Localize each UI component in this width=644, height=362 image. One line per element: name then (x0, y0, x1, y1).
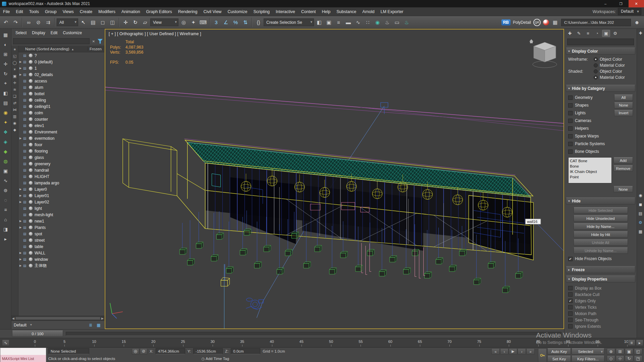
remove-button[interactable]: Remove (613, 165, 633, 172)
material-editor-icon[interactable]: ◉ (373, 18, 382, 27)
expand-arrow-icon[interactable]: ▶ (19, 194, 23, 197)
visibility-eye-icon[interactable] (29, 149, 33, 153)
dock-document-icon[interactable]: ▤ (638, 210, 644, 217)
shaded-material-color-radio[interactable] (594, 75, 598, 79)
select-and-link-icon[interactable]: ∞ (24, 18, 33, 27)
menu-content[interactable]: Content (298, 7, 319, 16)
expand-arrow-icon[interactable]: ▶ (19, 251, 23, 254)
stack-icon[interactable]: ≡ (1, 205, 10, 214)
menu-group[interactable]: Group (42, 7, 60, 16)
select-and-manipulate-icon[interactable]: ✦ (189, 18, 198, 27)
go-to-start-icon[interactable]: « (491, 348, 500, 355)
layer-row[interactable]: ▤lampada argo (18, 180, 104, 186)
layer-row[interactable]: ▶▤evermotion (18, 135, 104, 141)
rectangular-selection-region-icon[interactable]: ◻ (98, 18, 107, 27)
layer-row[interactable]: ▶▤WALL (18, 250, 104, 256)
hide-frozen-objects-checkbox[interactable]: ✔ (568, 257, 573, 261)
panel-icon[interactable]: ▣ (1, 167, 10, 175)
menu-scripting[interactable]: Scripting (250, 7, 273, 16)
visibility-eye-icon[interactable] (29, 187, 33, 191)
dock-cube-icon[interactable]: ◼ (638, 201, 644, 207)
layer-row[interactable]: ▶▤02_details (18, 71, 104, 78)
category-list-item[interactable]: Bone (570, 164, 610, 169)
grid-view-icon[interactable]: ▦ (95, 322, 102, 328)
layer-row[interactable]: ▶▤Plants (18, 224, 104, 231)
layer-row[interactable]: ▤alum (18, 84, 104, 90)
menu-arnold[interactable]: Arnold (359, 7, 377, 16)
previous-frame-icon[interactable]: ‹ (500, 348, 508, 355)
category-list-item[interactable]: Point (570, 174, 610, 180)
y-coordinate-field[interactable]: -1536.55cm (193, 348, 223, 354)
use-pivot-point-icon[interactable]: ◎ (179, 18, 188, 27)
half-box-icon[interactable]: ◨ (1, 225, 10, 233)
menu-lm-exporter[interactable]: LM Exporter (377, 7, 406, 16)
unhide-all-button[interactable]: Unhide All (574, 239, 628, 246)
user-account-icon[interactable]: ☻ (633, 19, 641, 26)
expand-arrow-icon[interactable]: ▶ (19, 188, 23, 191)
render-setup-icon[interactable]: ♨ (383, 18, 392, 27)
filter-shapes-icon[interactable]: ◯ (12, 60, 18, 66)
track-bar[interactable]: ∿ 05101520253035404550556065707580859095… (0, 338, 644, 347)
menu-customize[interactable]: Customize (224, 7, 250, 16)
filter-xrefs-icon[interactable]: ⇄ (12, 100, 18, 106)
visibility-eye-icon[interactable] (29, 168, 33, 172)
layer-row[interactable]: ▤handrail (18, 167, 104, 173)
dock-grid-icon[interactable]: ▦ (638, 229, 644, 235)
layout-grid-icon[interactable]: ▦ (551, 19, 559, 26)
view-cube[interactable] (529, 39, 557, 68)
viewport-label[interactable]: [ + ] [ Orthographic ] [ User Defined ] … (109, 32, 201, 36)
isolate-selection-toggle-icon[interactable]: ◎ (132, 348, 139, 355)
undo-icon[interactable]: ↶ (1, 18, 10, 27)
helpers-checkbox[interactable] (568, 126, 573, 131)
all-button[interactable]: All (614, 95, 633, 101)
visibility-eye-icon[interactable] (29, 175, 33, 178)
layer-row[interactable]: ▤HLIGHT (18, 173, 104, 180)
edit-named-selection-sets-icon[interactable]: {} (254, 18, 263, 27)
visibility-eye-icon[interactable] (29, 143, 33, 146)
key-filters-button[interactable]: Key Filters... (572, 356, 604, 362)
zoom-extents-all-icon[interactable]: ◱ (634, 348, 642, 355)
tab-create[interactable]: ✚ (566, 30, 574, 37)
visibility-eye-icon[interactable] (29, 200, 33, 204)
menu-animation[interactable]: Animation (118, 7, 143, 16)
layer-row[interactable]: ▶▤1 (18, 65, 104, 71)
layer-row[interactable]: ▤counter (18, 116, 104, 122)
menu-substance[interactable]: Substance (333, 7, 359, 16)
list-view-icon[interactable]: ▤ (1, 99, 10, 107)
zoom-extents-icon[interactable]: ▣ (625, 348, 633, 355)
visibility-eye-icon[interactable] (29, 264, 33, 267)
layer-row[interactable]: ▤light (18, 205, 104, 212)
tab-modify[interactable]: ✎ (575, 30, 583, 37)
menu-tools[interactable]: Tools (26, 7, 42, 16)
layer-row[interactable]: ▶▤0 (default) (18, 59, 104, 65)
track-bar-options-icon[interactable]: ≡ (628, 340, 635, 346)
lights-checkbox[interactable] (568, 111, 573, 115)
frozen-column-header[interactable]: Frozen (88, 47, 104, 51)
filter-lights-icon[interactable]: ☀ (12, 67, 18, 72)
clear-search-icon[interactable] (91, 39, 96, 44)
track-bar-next-icon[interactable]: ▸ (636, 340, 643, 346)
visibility-eye-icon[interactable] (29, 251, 33, 255)
filter-funnel-icon[interactable] (98, 39, 103, 44)
layer-row[interactable]: ▤? (18, 52, 104, 59)
layer-row[interactable]: ▤elev1 (18, 122, 104, 129)
geometry-checkbox[interactable] (568, 96, 573, 100)
redo-icon[interactable]: ↷ (11, 18, 20, 27)
hide-unselected-button[interactable]: Hide Unselected (574, 215, 628, 222)
zoom-all-icon[interactable]: ⊞ (616, 348, 624, 355)
visibility-eye-icon[interactable] (29, 194, 33, 197)
select-by-name-icon[interactable]: ▤ (89, 18, 98, 27)
hide-by-category-header[interactable]: Hide by Category (566, 85, 635, 92)
add-button[interactable]: Add (613, 157, 633, 164)
filter-all-icon[interactable]: ∗ (12, 47, 18, 52)
layer-row[interactable]: ▶▤Layer0 (18, 186, 104, 192)
filter-materials-icon[interactable]: ◉ (12, 120, 18, 126)
home-icon[interactable]: ⌂ (1, 215, 10, 224)
hide-by-hit-button[interactable]: Hide by Hit (574, 231, 628, 238)
move-tool-icon[interactable]: ✛ (1, 60, 10, 68)
spinner-snap-icon[interactable]: ⇅ (241, 18, 250, 27)
key-selection-set-dropdown[interactable]: Selected (572, 348, 604, 355)
visibility-eye-icon[interactable] (29, 92, 33, 96)
expand-arrow-icon[interactable]: ▶ (19, 137, 23, 140)
dock-add-icon[interactable]: ✚ (638, 30, 644, 36)
